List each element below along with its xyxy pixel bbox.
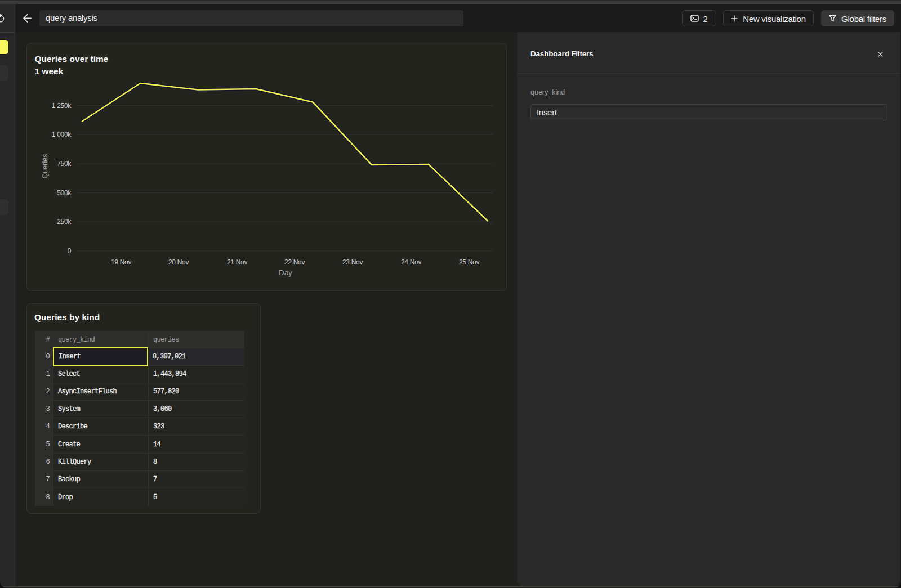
svg-text:23 Nov: 23 Nov [342, 258, 363, 266]
svg-text:250k: 250k [57, 218, 72, 226]
svg-text:22 Nov: 22 Nov [284, 258, 305, 266]
svg-text:25 Nov: 25 Nov [459, 258, 480, 266]
svg-text:24 Nov: 24 Nov [401, 258, 422, 266]
svg-text:1 250k: 1 250k [52, 102, 72, 110]
svg-text:750k: 750k [57, 160, 72, 168]
svg-text:Day: Day [279, 268, 292, 277]
svg-text:500k: 500k [57, 189, 72, 197]
svg-text:19 Nov: 19 Nov [111, 258, 132, 266]
svg-text:Queries: Queries [41, 154, 49, 179]
svg-text:Queries over time: Queries over time [35, 54, 109, 64]
svg-text:1 week: 1 week [35, 66, 64, 76]
svg-text:0: 0 [68, 247, 72, 255]
svg-text:1 000k: 1 000k [52, 131, 72, 138]
svg-text:20 Nov: 20 Nov [168, 258, 189, 266]
svg-text:21 Nov: 21 Nov [227, 258, 248, 266]
